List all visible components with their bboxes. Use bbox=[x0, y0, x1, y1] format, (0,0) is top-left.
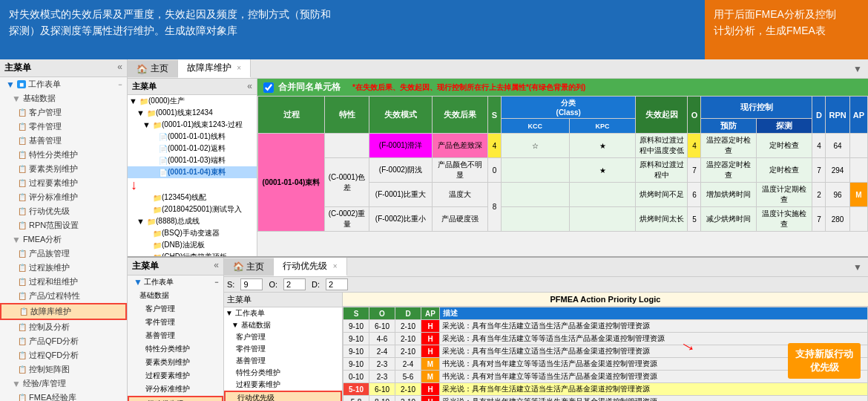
b-home-icon: 🏠 bbox=[233, 261, 244, 272]
tree-item-01-01[interactable]: 📄 (0001-01-01)线料 bbox=[128, 131, 257, 143]
tree-item-root[interactable]: ▼ 📁 (0000)生产 bbox=[128, 95, 257, 107]
sidebar-item-rpn[interactable]: 📋 RPN范围设置 bbox=[0, 218, 127, 232]
b-tree-workorder[interactable]: ▼ 工作表单 bbox=[224, 307, 342, 319]
tree-item-01-04[interactable]: 📄 (0001-01-04)束料 bbox=[128, 166, 257, 178]
table-row: (C-0002)重量 (F-0002)比重小 产品硬度强 烘烤时间太长 5 减少… bbox=[258, 207, 868, 232]
workorder-badge: ■ bbox=[17, 80, 26, 88]
tree-item-chd[interactable]: 📁 (CHD)行李箱盖顶板 bbox=[128, 251, 257, 256]
sidebar-item-product-family[interactable]: 📋 产品族管理 bbox=[0, 247, 127, 261]
tab-fault-lib[interactable]: 故障库维护 × bbox=[178, 59, 251, 78]
cell-kpc-4 bbox=[569, 207, 636, 232]
bottom-sidebar-basic[interactable]: 基础数据 bbox=[128, 289, 223, 302]
b-workorder-minus: － bbox=[213, 277, 220, 287]
b-tree-parts[interactable]: 零件管理 bbox=[224, 343, 342, 355]
sidebar-item-proc-qfd[interactable]: 📋 过程QFD分析 bbox=[0, 348, 127, 362]
bottom-sidebar-char[interactable]: 特性分类维护 bbox=[128, 342, 223, 356]
b-tree-customer[interactable]: 客户管理 bbox=[224, 331, 342, 343]
tree-item-test[interactable]: 📁 (20180425001)测试导入 bbox=[128, 203, 257, 215]
cell-s-1: 4 bbox=[488, 134, 502, 158]
sidebar-item-proc-qfd-label: 过程QFD分析 bbox=[29, 350, 79, 361]
tab-scroll-right[interactable]: ▼ bbox=[847, 62, 868, 76]
cell-s-2: 0 bbox=[488, 158, 502, 183]
sidebar-item-action-label: 行动优先级 bbox=[29, 206, 70, 217]
cell-o-2: 7 bbox=[688, 158, 701, 183]
tree-doc-icon-3: 📄 bbox=[159, 157, 168, 165]
tree-item-harness-proc[interactable]: ▼ 📁 (0001-01)线束1243-过程 bbox=[128, 119, 257, 131]
input-o[interactable] bbox=[283, 278, 306, 290]
tree-collapse-btn[interactable]: « bbox=[243, 79, 257, 94]
tree-item-linepei[interactable]: 📁 (123454)线配 bbox=[128, 192, 257, 203]
sidebar-item-process-elem[interactable]: 📋 过程要素维护 bbox=[0, 176, 127, 190]
bottom-sidebar-parts[interactable]: 零件管理 bbox=[128, 316, 223, 329]
bottom-sidebar-customer[interactable]: 客户管理 bbox=[128, 302, 223, 316]
sidebar-item-action-priority[interactable]: 📋 行动优先级 bbox=[0, 204, 127, 218]
tree-folder-6: 📁 bbox=[153, 206, 162, 214]
bottom-sidebar-workorder[interactable]: ▼ 工作表单 － bbox=[128, 276, 223, 289]
th-failure-mode: 失效模式 bbox=[369, 97, 433, 134]
sidebar-item-prod-proc-char[interactable]: 📋 产品/过程特性 bbox=[0, 289, 127, 303]
sidebar-item-exp-mgmt[interactable]: ▼ 经验/库管理 bbox=[0, 376, 127, 391]
fmea-table: 过程 特性 失效模式 失效后果 S 分类(Class) 失效起因 O 现行控制 bbox=[257, 96, 868, 232]
tree-item-8888[interactable]: ▼ 📁 (8888)总成线 bbox=[128, 215, 257, 227]
b-tree-char[interactable]: 特性分类维护 bbox=[224, 367, 342, 379]
bottom-table-wrapper: 主菜单 ▼ 工作表单 ▼ 基础数据 客户管理 bbox=[224, 293, 868, 401]
sidebar-item-ctrl-matrix[interactable]: 📋 控制矩阵图 bbox=[0, 362, 127, 376]
sidebar-item-score-std[interactable]: 📋 评分标准维护 bbox=[0, 190, 127, 204]
tree-item-01-02[interactable]: 📄 (0001-01-02)返料 bbox=[128, 143, 257, 154]
tree-folder-dnb: 📁 bbox=[153, 241, 162, 250]
bottom-sidebar-improve[interactable]: 基善管理 bbox=[128, 329, 223, 342]
sidebar-item-parts[interactable]: 📋 零件管理 bbox=[0, 120, 127, 134]
sidebar-item-improve[interactable]: 📋 基善管理 bbox=[0, 134, 127, 148]
cell-prev-4: 减少烘烤时间 bbox=[701, 207, 757, 232]
table-row: (0001-01-04)束料 (F-0001)滑洋 产品色差致深 4 ☆ ★ 原… bbox=[258, 134, 868, 158]
b-tree-proc-elem[interactable]: 过程要素维护 bbox=[224, 379, 342, 391]
bottom-sidebar-proc-elem[interactable]: 过程要素维护 bbox=[128, 369, 223, 382]
sidebar-item-basic[interactable]: ▼ 基础数据 bbox=[0, 91, 127, 105]
tab-fault-label: 故障库维护 bbox=[187, 62, 231, 73]
sidebar-item-fmea-exp[interactable]: 📋 FMEA经验库 bbox=[0, 391, 127, 401]
merge-checkbox[interactable] bbox=[263, 82, 274, 93]
proc-elem-icon: 📋 bbox=[18, 179, 27, 187]
bottom-sidebar-action[interactable]: 行动优先级 bbox=[128, 396, 223, 401]
sidebar-item-prod-qfd[interactable]: 📋 产品QFD分析 bbox=[0, 334, 127, 348]
b-tree-action[interactable]: 行动优先级 bbox=[224, 391, 342, 401]
sidebar-item-elem-class[interactable]: 📋 要素类别维护 bbox=[0, 162, 127, 176]
tab-home[interactable]: 🏠 主页 bbox=[128, 60, 178, 77]
prod-qfd-icon: 📋 bbox=[18, 337, 27, 345]
tree-item-01-03[interactable]: 📄 (0001-01-03)端料 bbox=[128, 154, 257, 166]
tree-item-bsq[interactable]: 📁 (BSQ)手动变速器 bbox=[128, 227, 257, 239]
cell-char-1 bbox=[325, 134, 369, 158]
cell-d-2: 7 bbox=[812, 158, 826, 183]
input-d[interactable] bbox=[326, 278, 348, 290]
tree-item-dnb[interactable]: 📁 (DNB)油泥板 bbox=[128, 239, 257, 251]
sidebar-item-customer[interactable]: 📋 客户管理 bbox=[0, 105, 127, 120]
sidebar-item-proc-group[interactable]: 📋 过程和组维护 bbox=[0, 275, 127, 289]
sidebar-item-improve-label: 基善管理 bbox=[29, 135, 62, 146]
sidebar-item-char-class[interactable]: 📋 特性分类维护 bbox=[0, 148, 127, 162]
tree-item-harness[interactable]: ▼ 📁 (0001)线束12434 bbox=[128, 107, 257, 119]
tab-close-btn[interactable]: × bbox=[237, 64, 241, 72]
b-tab-close[interactable]: × bbox=[333, 262, 338, 270]
sidebar-item-proc-family[interactable]: 📋 过程族维护 bbox=[0, 261, 127, 275]
sidebar-item-control-analysis[interactable]: 📋 控制及分析 bbox=[0, 320, 127, 334]
bth-d: D bbox=[395, 307, 421, 320]
sidebar-item-fmea[interactable]: ▼ FMEA分析 bbox=[0, 232, 127, 247]
bottom-sidebar-elem[interactable]: 要素类别维护 bbox=[128, 356, 223, 369]
bottom-sidebar-score[interactable]: 评分标准维护 bbox=[128, 382, 223, 396]
sidebar-item-prod-qfd-label: 产品QFD分析 bbox=[29, 336, 79, 347]
cell-o-3: 6 bbox=[688, 183, 701, 207]
input-s[interactable] bbox=[240, 278, 263, 290]
sidebar-item-parts-label: 零件管理 bbox=[29, 121, 62, 132]
bottom-tab-home[interactable]: 🏠 主页 bbox=[224, 258, 274, 276]
sidebar-item-workorder[interactable]: ▼ ■ 工作表单 － bbox=[0, 77, 127, 91]
sidebar-item-ctrl-label: 控制及分析 bbox=[29, 322, 70, 333]
proc-family-icon: 📋 bbox=[18, 264, 27, 272]
bottom-tab-action[interactable]: 行动优先级 × bbox=[274, 258, 346, 276]
sidebar-collapse-btn[interactable]: « bbox=[113, 59, 127, 76]
b-tab-scroll[interactable]: ▼ bbox=[847, 260, 868, 275]
sidebar-item-fault-lib[interactable]: 📋 故障库维护 bbox=[0, 303, 127, 320]
b-tree-basic2[interactable]: 基善管理 bbox=[224, 355, 342, 367]
b-tree-basic[interactable]: ▼ 基础数据 bbox=[224, 319, 342, 331]
cell-o-b2: 4-6 bbox=[369, 333, 395, 345]
bottom-sidebar-collapse[interactable]: « bbox=[209, 258, 223, 275]
